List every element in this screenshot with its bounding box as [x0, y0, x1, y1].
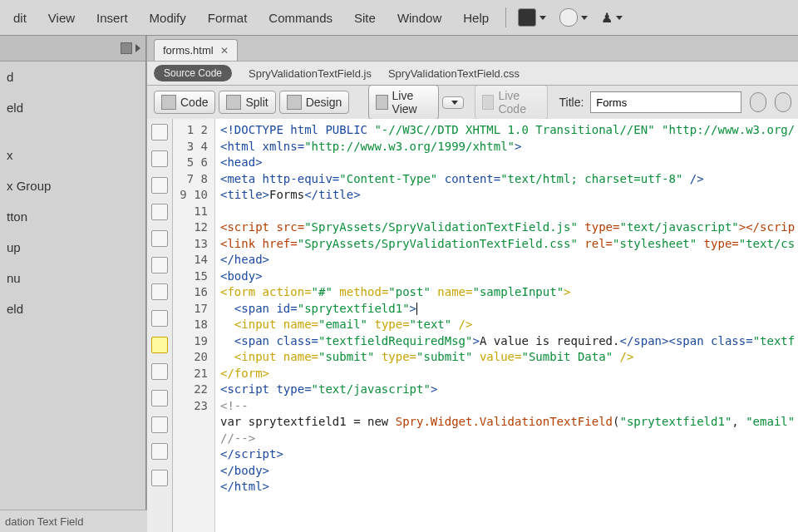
liveview-label: Live View — [392, 89, 431, 116]
related-file-js[interactable]: SpryValidationTextField.js — [249, 67, 372, 80]
gear-icon — [559, 8, 578, 27]
insert-panel-item[interactable]: x Group — [0, 170, 145, 201]
liveview-icon — [376, 95, 388, 110]
binoculars-icon[interactable] — [750, 92, 766, 112]
code-icon — [161, 95, 176, 110]
tool-wrap-icon[interactable] — [151, 363, 168, 380]
tool-highlight-icon[interactable] — [151, 283, 168, 300]
title-label: Title: — [559, 96, 584, 109]
menu-help[interactable]: Help — [453, 6, 499, 30]
file-tab[interactable]: forms.html ✕ — [154, 39, 238, 61]
panel-collapse-icon[interactable] — [121, 42, 132, 54]
menu-window[interactable]: Window — [387, 6, 451, 30]
app-menubar: dit View Insert Modify Format Commands S… — [0, 0, 798, 36]
text-caret — [416, 303, 417, 315]
menu-site[interactable]: Site — [344, 6, 386, 30]
person-icon: ♟ — [601, 10, 613, 26]
insert-panel-item[interactable]: up — [0, 232, 145, 263]
live-code-button: Live Code — [475, 85, 548, 120]
menu-edit[interactable]: dit — [3, 6, 37, 30]
code-view-button[interactable]: Code — [154, 91, 215, 114]
related-files-bar: Source Code SpryValidationTextField.js S… — [147, 61, 798, 86]
tool-apply-comment-icon[interactable] — [151, 337, 168, 353]
livecode-icon — [482, 95, 495, 110]
split-icon — [226, 95, 241, 110]
insert-panel-item[interactable]: d — [0, 62, 145, 92]
panel-menu-icon[interactable] — [135, 44, 140, 52]
insert-panel-item[interactable]: x — [0, 140, 145, 170]
chevron-down-icon — [539, 16, 546, 20]
menu-insert[interactable]: Insert — [86, 6, 138, 30]
live-view-button[interactable]: Live View — [368, 85, 439, 120]
code-vertical-toolbar — [147, 119, 173, 532]
code-label: Code — [180, 96, 208, 109]
live-view-dropdown[interactable] — [442, 96, 464, 109]
tool-format-icon[interactable] — [151, 470, 168, 486]
chevron-down-icon — [581, 16, 588, 20]
menu-modify[interactable]: Modify — [140, 6, 196, 30]
tool-collapse-icon[interactable] — [151, 150, 168, 167]
insert-panel: deldxx Groupttonupnueld — [0, 36, 146, 532]
extend-menu[interactable] — [559, 8, 588, 27]
menu-format[interactable]: Format — [198, 6, 258, 30]
tool-outdent-icon[interactable] — [151, 443, 168, 460]
panel-header — [0, 36, 145, 62]
related-file-css[interactable]: SpryValidationTextField.css — [388, 67, 520, 80]
insert-panel-item[interactable]: eld — [0, 293, 145, 324]
source-code-pill[interactable]: Source Code — [154, 65, 232, 81]
file-tab-label: forms.html — [163, 44, 214, 57]
insert-panel-item[interactable]: eld — [0, 92, 145, 123]
tool-syntax-icon[interactable] — [151, 310, 168, 327]
split-view-button[interactable]: Split — [219, 91, 275, 114]
livecode-label: Live Code — [498, 89, 539, 116]
menu-separator — [505, 7, 506, 27]
design-view-button[interactable]: Design — [279, 91, 350, 114]
tool-line-numbers-icon[interactable] — [151, 257, 168, 273]
document-toolbar: Code Split Design Live View Live Code Ti… — [147, 86, 798, 120]
chevron-down-icon — [451, 101, 458, 105]
design-label: Design — [306, 96, 342, 109]
menu-view[interactable]: View — [38, 6, 85, 30]
line-number-gutter: 1 2 3 4 5 6 7 8 9 10 11 12 13 14 15 16 1… — [173, 119, 215, 532]
layout-selector[interactable] — [518, 8, 546, 27]
split-label: Split — [245, 96, 268, 109]
tool-recent-icon[interactable] — [151, 390, 168, 406]
insert-panel-item[interactable]: tton — [0, 201, 145, 232]
tool-select-parent-icon[interactable] — [151, 204, 168, 220]
design-icon — [287, 95, 302, 110]
panel-footer-label: dation Text Field — [5, 515, 83, 528]
code-text-area[interactable]: <!DOCTYPE html PUBLIC "-//W3C//DTD XHTML… — [215, 119, 798, 532]
menu-commands[interactable]: Commands — [259, 6, 342, 30]
layout-icon — [518, 8, 536, 27]
tool-balance-icon[interactable] — [151, 230, 168, 247]
insert-panel-item[interactable]: nu — [0, 263, 145, 293]
document-area: forms.html ✕ Source Code SpryValidationT… — [147, 36, 798, 532]
panel-footer: dation Text Field — [0, 510, 150, 532]
insert-panel-item[interactable] — [0, 123, 145, 140]
chevron-down-icon — [616, 16, 623, 20]
tool-expand-icon[interactable] — [151, 177, 168, 194]
code-editor: 1 2 3 4 5 6 7 8 9 10 11 12 13 14 15 16 1… — [147, 119, 798, 532]
document-title-input[interactable] — [590, 91, 741, 113]
document-tabstrip: forms.html ✕ — [147, 36, 798, 61]
tool-indent-icon[interactable] — [151, 416, 168, 433]
globe-icon[interactable] — [775, 92, 791, 112]
tool-open-docs-icon[interactable] — [151, 124, 168, 140]
user-menu[interactable]: ♟ — [601, 10, 623, 26]
close-icon[interactable]: ✕ — [220, 45, 229, 57]
